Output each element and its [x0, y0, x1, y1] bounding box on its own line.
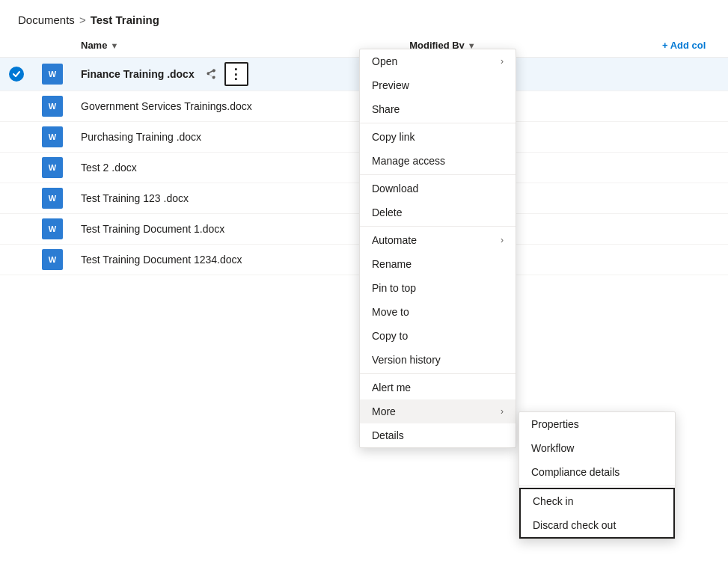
- row-checkbox[interactable]: [0, 183, 33, 214]
- menu-item-rename[interactable]: Rename: [360, 252, 516, 276]
- th-check: [0, 34, 33, 58]
- menu-item-version-history[interactable]: Version history: [360, 348, 516, 372]
- menu-item-label: Preview: [372, 79, 409, 91]
- menu-item-label: Version history: [372, 354, 441, 366]
- menu-divider: [360, 174, 516, 175]
- submenu-more-item-compliance-details[interactable]: Compliance details: [519, 460, 675, 484]
- row-file-icon: W: [33, 214, 72, 245]
- row-file-icon: W: [33, 183, 72, 214]
- menu-divider: [360, 373, 516, 374]
- breadcrumb-docs[interactable]: Documents: [18, 13, 75, 26]
- menu-item-label: Rename: [372, 258, 412, 270]
- menu-item-label: Manage access: [372, 155, 445, 167]
- menu-item-delete[interactable]: Delete: [360, 200, 516, 224]
- row-checkbox[interactable]: [0, 153, 33, 183]
- row-actions: ⋮: [201, 62, 248, 86]
- file-name[interactable]: Purchasing Training .docx: [81, 131, 201, 143]
- submenu-boxed-item-check-in[interactable]: Check in: [521, 489, 673, 513]
- submenu-boxed-item-label: Check in: [533, 495, 573, 507]
- menu-item-move-to[interactable]: Move to: [360, 300, 516, 324]
- menu-item-label: Pin to top: [372, 282, 416, 294]
- menu-item-open[interactable]: Open›: [360, 49, 516, 73]
- word-icon: W: [42, 188, 63, 209]
- menu-item-copy-to[interactable]: Copy to: [360, 324, 516, 348]
- file-name[interactable]: Test Training Document 1234.docx: [81, 254, 242, 266]
- row-empty-col: [653, 58, 728, 91]
- row-checkbox[interactable]: [0, 245, 33, 275]
- row-name-cell: Test 2 .docx: [72, 153, 400, 183]
- th-name[interactable]: Name ▼: [72, 34, 400, 58]
- submenu-boxed-section: Check inDiscard check out: [519, 488, 675, 539]
- menu-divider: [360, 226, 516, 227]
- submenu-more: PropertiesWorkflowCompliance detailsChec…: [519, 411, 676, 539]
- file-name[interactable]: Test Training Document 1.docx: [81, 223, 224, 235]
- menu-item-label: Share: [372, 103, 400, 115]
- submenu-item-label: Workflow: [531, 442, 574, 454]
- submenu-more-item-properties[interactable]: Properties: [519, 412, 675, 436]
- menu-item-preview[interactable]: Preview: [360, 73, 516, 97]
- menu-item-label: Move to: [372, 306, 409, 318]
- row-empty-col: [653, 214, 728, 245]
- word-icon: W: [42, 157, 63, 178]
- row-checkbox[interactable]: [0, 58, 33, 91]
- th-icon: [33, 34, 72, 58]
- menu-item-pin-to-top[interactable]: Pin to top: [360, 276, 516, 300]
- name-sort-icon[interactable]: ▼: [110, 41, 118, 50]
- menu-item-label: Delete: [372, 206, 402, 218]
- submenu-chevron-icon: ›: [501, 235, 504, 245]
- menu-item-download[interactable]: Download: [360, 177, 516, 200]
- menu-item-details[interactable]: Details: [360, 423, 516, 447]
- menu-item-label: Copy link: [372, 131, 415, 143]
- menu-divider: [360, 123, 516, 123]
- file-name[interactable]: Government Services Trainings.docx: [81, 100, 252, 112]
- breadcrumb: Documents > Test Training: [0, 0, 728, 34]
- th-add-col[interactable]: + Add col: [653, 34, 728, 58]
- share-button[interactable]: [201, 64, 221, 85]
- row-file-icon: W: [33, 122, 72, 153]
- menu-item-label: Automate: [372, 234, 417, 246]
- menu-item-label: Details: [372, 429, 404, 441]
- submenu-boxed-item-discard-check-out[interactable]: Discard check out: [521, 513, 673, 537]
- row-name-cell: Test Training Document 1.docx: [72, 214, 400, 245]
- menu-item-more[interactable]: More›: [360, 399, 516, 423]
- row-checkbox[interactable]: [0, 122, 33, 153]
- row-name-cell: Test Training Document 1234.docx: [72, 245, 400, 275]
- word-icon: W: [42, 96, 63, 117]
- menu-item-share[interactable]: Share: [360, 97, 516, 121]
- submenu-more-item-workflow[interactable]: Workflow: [519, 436, 675, 460]
- file-name[interactable]: Finance Training .docx: [81, 68, 195, 80]
- file-name[interactable]: Test Training 123 .docx: [81, 192, 189, 204]
- row-file-icon: W: [33, 91, 72, 122]
- row-name-cell: Government Services Trainings.docx: [72, 91, 400, 122]
- menu-item-label: Copy to: [372, 330, 408, 342]
- menu-item-label: Alert me: [372, 382, 411, 393]
- word-icon: W: [42, 126, 63, 147]
- menu-item-copy-link[interactable]: Copy link: [360, 125, 516, 149]
- row-file-icon: W: [33, 153, 72, 183]
- row-empty-col: [653, 153, 728, 183]
- row-file-icon: W: [33, 58, 72, 91]
- word-icon: W: [42, 249, 63, 270]
- row-empty-col: [653, 183, 728, 214]
- menu-item-label: Download: [372, 183, 418, 194]
- breadcrumb-separator: >: [79, 13, 86, 26]
- row-name-cell: Purchasing Training .docx: [72, 122, 400, 153]
- more-options-button[interactable]: ⋮: [224, 62, 248, 86]
- submenu-item-label: Compliance details: [531, 466, 620, 478]
- menu-item-label: Open: [372, 55, 397, 67]
- submenu-item-label: Properties: [531, 418, 579, 430]
- row-empty-col: [653, 245, 728, 275]
- row-file-icon: W: [33, 245, 72, 275]
- row-checkbox[interactable]: [0, 214, 33, 245]
- row-name-cell: Finance Training .docx⋮: [72, 58, 400, 91]
- file-name[interactable]: Test 2 .docx: [81, 162, 137, 174]
- menu-item-automate[interactable]: Automate›: [360, 228, 516, 252]
- row-name-cell: Test Training 123 .docx: [72, 183, 400, 214]
- menu-item-manage-access[interactable]: Manage access: [360, 149, 516, 173]
- word-icon: W: [42, 64, 63, 85]
- submenu-divider: [519, 485, 675, 486]
- menu-item-alert-me[interactable]: Alert me: [360, 376, 516, 399]
- word-icon: W: [42, 218, 63, 239]
- row-checkbox[interactable]: [0, 91, 33, 122]
- context-menu: Open›PreviewShareCopy linkManage accessD…: [359, 49, 516, 448]
